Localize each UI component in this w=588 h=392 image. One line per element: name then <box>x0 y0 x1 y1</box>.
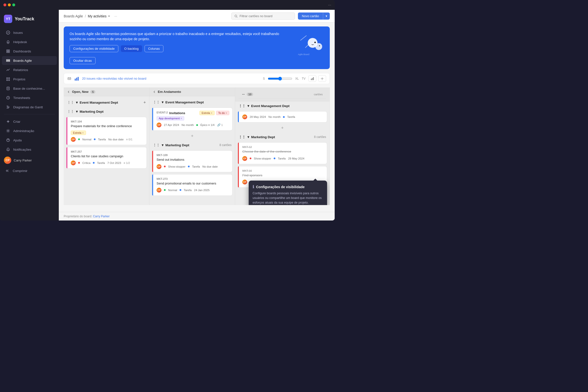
group-marketing-chevron2[interactable]: ▾ <box>162 143 164 147</box>
group-event-mgmt-third: ⋮⋮ ▾ Event Management Dept <box>238 102 327 109</box>
tag-estrela-close[interactable]: × <box>82 131 84 134</box>
bar-chart-icon <box>74 76 79 81</box>
card-mkt-104-id: MKT-104 <box>71 120 144 123</box>
group-event-chevron[interactable]: ▾ <box>162 100 164 104</box>
sidebar-item-helpdesk[interactable]: Helpdesk <box>2 38 57 46</box>
card-priority-bar <box>152 151 153 172</box>
tag-todo-close[interactable]: × <box>226 112 227 114</box>
sidebar-item-administracao[interactable]: Administração <box>2 126 57 135</box>
column-em-andamento-header: Em Andamento <box>150 88 235 96</box>
group-chevron-icon[interactable]: ⋮⋮ <box>67 100 74 104</box>
sidebar-item-diagramas[interactable]: Diagramas de Gantt <box>2 103 57 112</box>
tag-estrela2-close[interactable]: × <box>211 112 212 114</box>
card-avatar3: CP <box>156 164 162 169</box>
backlog-button[interactable]: O backlog <box>121 45 142 52</box>
column-add-card[interactable]: + <box>152 132 232 140</box>
plus-icon <box>6 119 10 124</box>
search-input[interactable] <box>240 14 292 18</box>
card-mkt-104[interactable]: MKT-104 Prepare materials for the online… <box>66 117 147 145</box>
footer-owner-name[interactable]: Carry Parker <box>93 214 110 218</box>
column-third: ··· 10 cartões ⋮⋮ ▾ Event Management Dep… <box>235 88 330 205</box>
size-slider[interactable] <box>268 77 292 80</box>
card-mkt-257[interactable]: MKT-257 Clients list for case studies ca… <box>66 147 147 168</box>
type-label: Tarefa <box>97 162 105 164</box>
date-label4: 24 Jan 2025 <box>194 189 210 192</box>
column-third-header: ··· 10 cartões <box>235 88 330 102</box>
book-icon <box>6 86 10 91</box>
new-card-button[interactable]: Novo cartão <box>298 12 323 20</box>
card-mkt-12[interactable]: MKT-12 Choose the date of the conference… <box>238 142 327 164</box>
hide-tips-button[interactable]: Ocultar dicas <box>70 57 96 64</box>
visibility-settings-button[interactable]: Configurações de visibilidade <box>70 45 118 52</box>
svg-rect-8 <box>6 78 8 79</box>
group-chevron-arrow[interactable]: ▾ <box>76 100 78 104</box>
sidebar-item-ajuda[interactable]: Ajuda <box>2 136 57 144</box>
minimize-button[interactable] <box>8 4 11 6</box>
card-mkt-109[interactable]: MKT-109 Send out invitations CP Show-sto… <box>152 150 232 172</box>
breadcrumb: Boards Agile / My activities <box>64 14 110 18</box>
sidebar-collapse[interactable]: Comprimir <box>2 166 57 175</box>
card-mkt-273[interactable]: MKT-273 Send promotional emails to our c… <box>152 174 232 196</box>
breadcrumb-parent[interactable]: Boards Agile <box>64 14 83 18</box>
settings-button[interactable] <box>318 75 326 82</box>
size-controls: S XL TV <box>263 77 306 80</box>
new-card-button-group[interactable]: Novo cartão ▾ <box>298 12 330 20</box>
layers-icon <box>6 58 10 63</box>
card-mkt-273-title: Send promotional emails to our customers <box>156 181 229 186</box>
sidebar-item-projetos[interactable]: Projetos <box>2 75 57 84</box>
group-event-third-name: Event Management Dept <box>251 104 290 108</box>
topbar-more-icon[interactable]: ··· <box>114 14 117 18</box>
window-menu-icon[interactable]: ⋯ <box>328 3 331 7</box>
epic-label: Épico ≡ 1/4 <box>200 124 214 126</box>
new-card-dropdown-button[interactable]: ▾ <box>323 12 330 20</box>
group-marketing-chevron[interactable]: ▾ <box>76 110 78 114</box>
group-add-button[interactable]: + <box>144 100 146 104</box>
group-marketing-third: ⋮⋮ ▾ Marketing Dept 8 cartões <box>238 134 327 140</box>
svg-line-25 <box>237 17 238 18</box>
criar-label: Criar <box>13 120 20 124</box>
card-event-2[interactable]: EVENT-2 Invitations Estrela × To do × Ap… <box>152 108 232 130</box>
group-marketing-name2: Marketing Dept <box>166 143 190 147</box>
type-label4: Tarefa <box>287 116 295 118</box>
gantt-icon <box>6 105 10 109</box>
card-mkt-257-title: Clients list for case studies campaign <box>71 154 144 158</box>
priority-dot <box>78 162 80 164</box>
search-box[interactable] <box>231 12 295 20</box>
type-dot <box>93 162 94 164</box>
card-event-2-tags: App development × <box>156 116 229 120</box>
sidebar-item-relatorios[interactable]: Relatórios <box>2 66 57 74</box>
size-s-label: S <box>263 77 265 80</box>
sidebar-item-dashboards[interactable]: Dashboards <box>2 47 57 56</box>
diagramas-label: Diagramas de Gantt <box>13 105 43 109</box>
group-drag2-icon[interactable]: ⋮⋮ <box>153 100 160 104</box>
sidebar-logo: YT YouTrack <box>0 13 59 28</box>
chart-view-button[interactable] <box>308 75 316 82</box>
svg-rect-10 <box>6 80 8 80</box>
tag-app-dev-close[interactable]: × <box>180 117 182 120</box>
columns-button[interactable]: Colunas <box>144 45 164 52</box>
group-event-mgmt-andamento: ⋮⋮ ▾ Event Management Dept <box>152 99 232 106</box>
sidebar-item-timesheets[interactable]: Timesheets <box>2 93 57 102</box>
sidebar-user[interactable]: CP Carry Parker <box>0 154 59 166</box>
group-drag3-icon[interactable]: ⋮⋮ <box>153 143 160 147</box>
question-icon <box>6 138 10 142</box>
notificacoes-label: Notificações <box>13 148 31 152</box>
maximize-button[interactable] <box>12 4 15 6</box>
sidebar-item-base[interactable]: Base de conhecime... <box>2 84 57 93</box>
type-label3: Tarefa <box>184 189 192 192</box>
sidebar-item-issues[interactable]: Issues <box>2 28 57 37</box>
card-third-event[interactable]: CP 28 May 2024 No month Tarefa <box>238 111 327 122</box>
sidebar-item-notificacoes[interactable]: Notificações <box>2 145 57 154</box>
column-third-add[interactable]: + <box>238 124 327 132</box>
svg-rect-36 <box>78 77 79 80</box>
card-priority-bar <box>238 142 239 164</box>
projetos-label: Projetos <box>13 78 26 81</box>
svg-rect-5 <box>8 52 10 53</box>
sidebar-item-criar[interactable]: Criar <box>2 117 57 126</box>
info-banner: Os boards Agile são ferramentas poderosa… <box>64 26 330 69</box>
close-button[interactable] <box>4 4 6 6</box>
window-controls[interactable] <box>4 4 15 6</box>
group-drag-icon[interactable]: ⋮⋮ <box>67 110 74 114</box>
sidebar-item-boards-agile[interactable]: Boards Agile <box>2 56 57 65</box>
group-marketing-andamento: ⋮⋮ ▾ Marketing Dept 8 cartões <box>152 142 232 148</box>
